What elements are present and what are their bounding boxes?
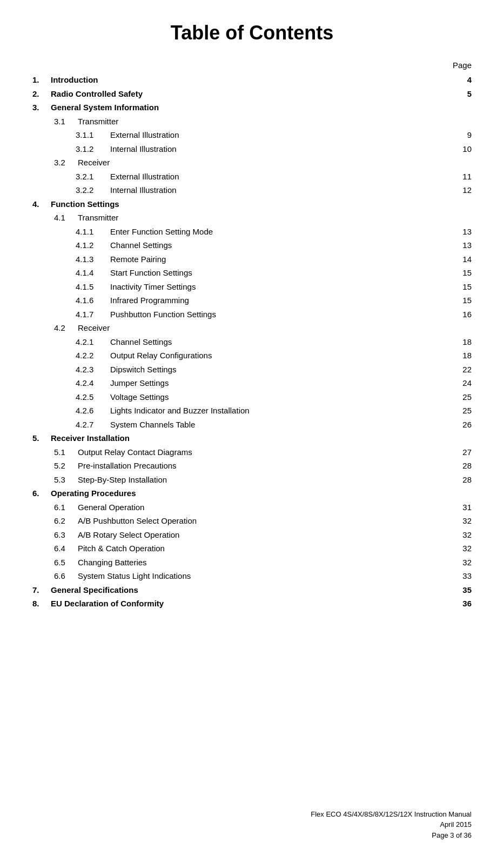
toc-entry-text: Operating Procedures [51,486,455,500]
toc-entry-page: 25 [455,404,472,418]
toc-entry-text: Lights Indicator and Buzzer Installation [110,404,455,418]
toc-entry-text: Voltage Settings [110,390,455,404]
toc-entry: 5.2Pre-installation Precautions28 [32,459,472,473]
footer: Flex ECO 4S/4X/8S/8X/12S/12X Instruction… [311,809,472,841]
toc-entry: 4.2.5Voltage Settings25 [32,390,472,404]
toc-entry: 4.1.2Channel Settings13 [32,238,472,252]
toc-entry: 4.1.3Remote Pairing14 [32,252,472,266]
toc-entry-text: Channel Settings [110,335,455,349]
toc-entry-num: 1. [32,73,49,87]
toc-entry-page: 32 [455,528,472,542]
toc-entry: 4.1.5Inactivity Timer Settings15 [32,280,472,294]
toc-entry-page: 4 [455,73,472,87]
toc-entry-num: 3. [32,101,49,115]
page-column-label: Page [453,61,472,70]
toc-entry-page: 18 [455,335,472,349]
toc-container: Page 1.Introduction42.Radio Controlled S… [32,61,472,611]
toc-entry-num: 4.1.5 [76,280,108,294]
toc-entry-page: 25 [455,390,472,404]
toc-entry-text: Transmitter [78,115,455,129]
toc-entry: 4.1.1Enter Function Setting Mode13 [32,225,472,239]
toc-entry-page: 16 [455,308,472,322]
toc-entry: 5.Receiver Installation [32,431,472,445]
toc-entry-page: 35 [455,583,472,597]
toc-entry: 3.2.1External Illustration11 [32,170,472,184]
toc-entry-page: 32 [455,542,472,556]
toc-entry-text: Changing Batteries [78,556,455,570]
toc-entry-page: 18 [455,349,472,363]
page-title: Table of Contents [32,22,472,44]
toc-entry-page: 32 [455,514,472,528]
toc-entry-page: 15 [455,266,472,280]
toc-entry: 3.1Transmitter [32,115,472,129]
toc-entry-num: 6.5 [54,556,76,570]
toc-entry-text: System Status Light Indications [78,569,455,583]
toc-entry-num: 4.2.6 [76,404,108,418]
toc-entry: 3.1.2Internal Illustration10 [32,142,472,156]
toc-entry-text: A/B Rotary Select Operation [78,528,455,542]
toc-entry-text: Remote Pairing [110,252,455,266]
toc-entry-text: Radio Controlled Safety [51,87,455,101]
toc-entry-text: Step-By-Step Installation [78,473,455,487]
toc-entry: 4.2.3Dipswitch Settings22 [32,363,472,377]
toc-entry-num: 4.1.4 [76,266,108,280]
toc-entry-text: External Illustration [110,128,455,142]
toc-entry-page: 13 [455,238,472,252]
toc-entry-text: Pushbutton Function Settings [110,308,455,322]
toc-entry-text: Internal Illustration [110,142,455,156]
toc-entry-text: Internal Illustration [110,183,455,197]
toc-entry-page: 26 [455,418,472,432]
toc-entry-text: Pre-installation Precautions [78,459,455,473]
toc-entry-num: 3.2.1 [76,170,108,184]
toc-entry-num: 4.1.7 [76,308,108,322]
toc-entry-text: Dipswitch Settings [110,363,455,377]
toc-entry-num: 6.3 [54,528,76,542]
toc-entry: 3.General System Information [32,101,472,115]
toc-entry-page: 10 [455,142,472,156]
toc-entry: 4.1.4Start Function Settings15 [32,266,472,280]
toc-entry-num: 4.2.2 [76,349,108,363]
footer-line3: Page 3 of 36 [311,830,472,841]
toc-entry-text: External Illustration [110,170,455,184]
toc-entry-page: 32 [455,556,472,570]
toc-entry-page: 33 [455,569,472,583]
toc-entry: 6.1General Operation31 [32,500,472,514]
toc-entry-num: 4.1.6 [76,293,108,308]
toc-entry-page: 36 [455,597,472,611]
toc-entry-page: 28 [455,459,472,473]
toc-entry: 5.1Output Relay Contact Diagrams27 [32,445,472,459]
toc-entry-page: 9 [455,128,472,142]
toc-entry-text: Inactivity Timer Settings [110,280,455,294]
toc-entry-text: Function Settings [51,197,455,211]
toc-entry-text: General System Information [51,101,455,115]
footer-line1: Flex ECO 4S/4X/8S/8X/12S/12X Instruction… [311,809,472,820]
toc-entry-num: 6.6 [54,569,76,583]
page-header-row: Page [32,61,472,70]
toc-entry: 4.2.1Channel Settings18 [32,335,472,349]
toc-entry-text: General Specifications [51,583,455,597]
toc-entry: 4.2Receiver [32,321,472,335]
toc-entry-num: 6.4 [54,542,76,556]
toc-entry: 6.6System Status Light Indications33 [32,569,472,583]
toc-entry: 8.EU Declaration of Conformity36 [32,597,472,611]
toc-entry-num: 4.1.2 [76,238,108,252]
toc-entry-num: 4.2.3 [76,363,108,377]
toc-entries: 1.Introduction42.Radio Controlled Safety… [32,73,472,611]
toc-entry: 6.4Pitch & Catch Operation32 [32,542,472,556]
toc-entry: 4.Function Settings [32,197,472,211]
toc-entry: 4.1.7Pushbutton Function Settings16 [32,308,472,322]
toc-entry-page: 13 [455,225,472,239]
toc-entry: 5.3Step-By-Step Installation28 [32,473,472,487]
toc-entry-num: 5.3 [54,473,76,487]
toc-entry-text: Introduction [51,73,455,87]
toc-entry: 4.1.6Infrared Programming15 [32,293,472,308]
toc-entry-num: 4.1.1 [76,225,108,239]
toc-entry-num: 4.2.4 [76,376,108,390]
toc-entry: 4.2.2Output Relay Configurations18 [32,349,472,363]
toc-entry-page: 15 [455,293,472,308]
toc-entry-text: Receiver [78,321,455,335]
toc-entry-num: 6.2 [54,514,76,528]
toc-entry: 3.2.2Internal Illustration12 [32,183,472,197]
toc-entry: 7.General Specifications35 [32,583,472,597]
toc-entry: 1.Introduction4 [32,73,472,87]
